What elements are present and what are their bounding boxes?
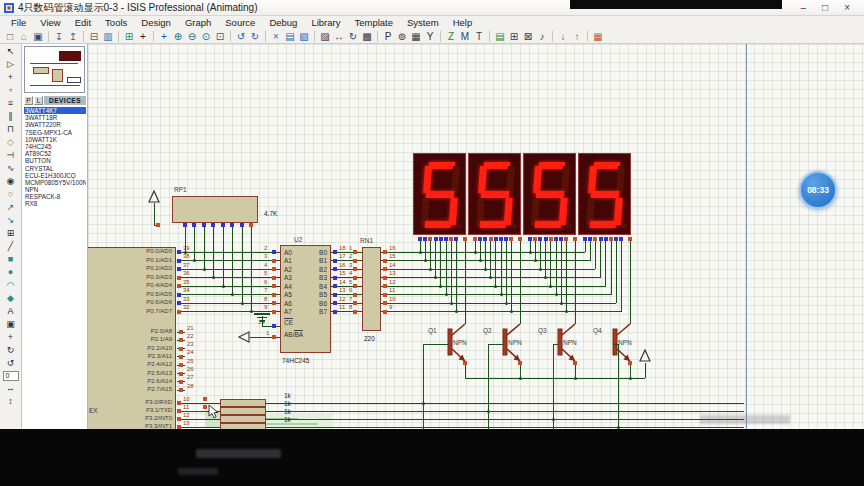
device-item-crystal[interactable]: CRYSTAL	[24, 165, 86, 172]
toggle-grid-icon[interactable]: ⊞	[122, 30, 136, 43]
seven-segment-display-2[interactable]	[468, 153, 521, 235]
block-move-icon[interactable]: ↔	[332, 30, 346, 43]
device-item-npn[interactable]: NPN	[24, 186, 86, 193]
seven-segment-display-3[interactable]	[523, 153, 576, 235]
new-file-icon[interactable]: □	[3, 30, 17, 43]
zoom-out-icon[interactable]: ⊖	[185, 30, 199, 43]
remove-sheet-icon[interactable]: ⊠	[521, 30, 535, 43]
seven-segment-display-1[interactable]	[413, 153, 466, 235]
undo-icon[interactable]: ↺	[234, 30, 248, 43]
preview-thumbnail[interactable]	[24, 46, 85, 93]
subcircuit-icon[interactable]: ⊓	[3, 123, 19, 136]
schematic-canvas[interactable]: EXP0.0/AD039P0.1/AD138P0.2/AD237P0.3/AD3…	[88, 44, 864, 430]
component-resistor-1k[interactable]	[220, 399, 266, 407]
pick-devices-button[interactable]: P	[24, 96, 33, 105]
maximize-button[interactable]: □	[822, 2, 828, 13]
cut-icon[interactable]: ×	[269, 30, 283, 43]
new-sheet-icon[interactable]: ⊞	[507, 30, 521, 43]
false-origin-icon[interactable]: +	[136, 30, 150, 43]
tape-recorder-icon[interactable]: ◉	[3, 175, 19, 188]
circle-2d-icon[interactable]: ●	[3, 266, 19, 279]
menu-system[interactable]: System	[400, 16, 446, 29]
component-rp1-respack[interactable]	[172, 196, 258, 223]
menu-template[interactable]: Template	[347, 16, 400, 29]
text-script-icon[interactable]: ≡	[3, 97, 19, 110]
device-item-3watt220r[interactable]: 3WATT220R	[24, 121, 86, 128]
menu-edit[interactable]: Edit	[68, 16, 98, 29]
wire-label-icon[interactable]: ▫	[3, 84, 19, 97]
pick-parts-icon[interactable]: P	[381, 30, 395, 43]
block-delete-icon[interactable]: ▩	[360, 30, 374, 43]
menu-view[interactable]: View	[33, 16, 67, 29]
menu-library[interactable]: Library	[304, 16, 347, 29]
device-item-mcmp0805y5v/100n[interactable]: MCMP0805Y5V/100N	[24, 179, 86, 186]
save-design-icon[interactable]: ▣	[31, 30, 45, 43]
mirror-horizontal-icon[interactable]: ↔	[3, 382, 19, 395]
voltage-probe-icon[interactable]: ↗	[3, 201, 19, 214]
wire-autorouter-icon[interactable]: Z	[444, 30, 458, 43]
component-resistor-1k[interactable]	[220, 415, 266, 423]
terminal-mode-icon[interactable]: ◇	[3, 136, 19, 149]
minimize-button[interactable]: –	[801, 2, 807, 13]
virtual-instruments-icon[interactable]: ⊞	[3, 227, 19, 240]
component-rn1-network[interactable]	[362, 247, 381, 331]
device-item-7seg-mpx1-ca[interactable]: 7SEG-MPX1-CA	[24, 129, 86, 136]
make-device-icon[interactable]: ⊚	[395, 30, 409, 43]
mark-output-area-icon[interactable]: ▥	[101, 30, 115, 43]
menu-debug[interactable]: Debug	[262, 16, 304, 29]
selection-tool-icon[interactable]: ↖	[3, 45, 19, 58]
netlist-to-ares-icon[interactable]: ▦	[591, 30, 605, 43]
search-tag-icon[interactable]: M	[458, 30, 472, 43]
export-section-icon[interactable]: ↥	[66, 30, 80, 43]
library-manager-button[interactable]: L	[34, 96, 43, 105]
marker-2d-icon[interactable]: +	[3, 331, 19, 344]
zoom-to-parent-icon[interactable]: ↑	[570, 30, 584, 43]
junction-dot-icon[interactable]: +	[3, 71, 19, 84]
zoom-all-icon[interactable]: ⊙	[199, 30, 213, 43]
pan-icon[interactable]: +	[157, 30, 171, 43]
rotate-cw-icon[interactable]: ↻	[3, 344, 19, 357]
device-item-button[interactable]: BUTTON	[24, 157, 86, 164]
device-item-74hc245[interactable]: 74HC245	[24, 143, 86, 150]
import-section-icon[interactable]: ↧	[52, 30, 66, 43]
redo-icon[interactable]: ↻	[248, 30, 262, 43]
rotate-ccw-icon[interactable]: ↺	[3, 357, 19, 370]
menu-design[interactable]: Design	[134, 16, 178, 29]
menu-file[interactable]: File	[4, 16, 33, 29]
open-design-icon[interactable]: ⌂	[17, 30, 31, 43]
decompose-icon[interactable]: Y	[423, 30, 437, 43]
block-copy-icon[interactable]: ▨	[318, 30, 332, 43]
box-2d-icon[interactable]: ■	[3, 253, 19, 266]
device-item-at89c52[interactable]: AT89C52	[24, 150, 86, 157]
zoom-in-icon[interactable]: ⊕	[171, 30, 185, 43]
graph-mode-icon[interactable]: ∿	[3, 162, 19, 175]
goto-sheet-icon[interactable]: ♪	[535, 30, 549, 43]
device-item-10watt1k[interactable]: 10WATT1K	[24, 136, 86, 143]
design-explorer-icon[interactable]: ▤	[493, 30, 507, 43]
zoom-area-icon[interactable]: ⊡	[213, 30, 227, 43]
angle-field[interactable]: 0	[3, 371, 19, 381]
seven-segment-display-4[interactable]	[578, 153, 631, 235]
device-pin-icon[interactable]: ⊣	[3, 149, 19, 162]
bus-mode-icon[interactable]: ∥	[3, 110, 19, 123]
menu-tools[interactable]: Tools	[98, 16, 134, 29]
symbol-2d-icon[interactable]: ▣	[3, 318, 19, 331]
component-mode-icon[interactable]: ▷	[3, 58, 19, 71]
menu-graph[interactable]: Graph	[178, 16, 218, 29]
zoom-to-child-icon[interactable]: ↓	[556, 30, 570, 43]
video-time-badge[interactable]: 08:33	[799, 171, 837, 209]
block-rotate-icon[interactable]: ↻	[346, 30, 360, 43]
text-2d-icon[interactable]: A	[3, 305, 19, 318]
component-resistor-1k[interactable]	[220, 407, 266, 415]
device-item-3watt4k7[interactable]: 3WATT4K7	[24, 107, 86, 114]
packaging-tool-icon[interactable]: ▦	[409, 30, 423, 43]
device-item-ecu-e1h300jcq[interactable]: ECU-E1H300JCQ	[24, 172, 86, 179]
line-2d-icon[interactable]: ╱	[3, 240, 19, 253]
property-assignment-icon[interactable]: T	[472, 30, 486, 43]
path-2d-icon[interactable]: ◆	[3, 292, 19, 305]
device-item-respack-8[interactable]: RESPACK-8	[24, 193, 86, 200]
close-button[interactable]: ×	[844, 2, 850, 13]
current-probe-icon[interactable]: ↘	[3, 214, 19, 227]
menu-help[interactable]: Help	[446, 16, 480, 29]
mirror-vertical-icon[interactable]: ↕	[3, 395, 19, 408]
